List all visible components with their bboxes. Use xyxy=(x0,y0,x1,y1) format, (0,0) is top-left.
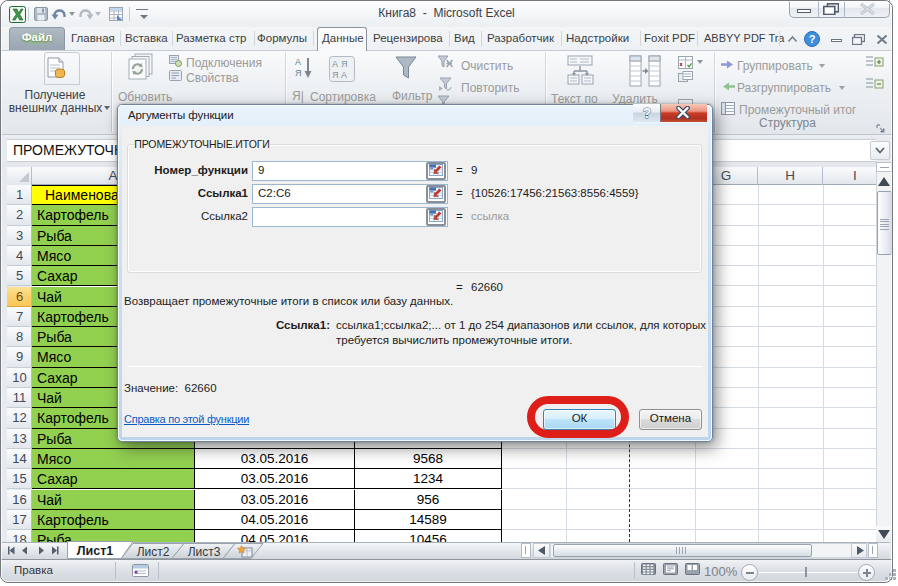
svg-text:?: ? xyxy=(809,33,816,45)
svg-text:А: А xyxy=(332,59,338,69)
svg-text:?: ? xyxy=(643,105,652,121)
svg-text:Я: Я xyxy=(332,70,339,80)
svg-text:А: А xyxy=(341,70,347,80)
svg-text:Я: Я xyxy=(341,59,348,69)
svg-text:Я: Я xyxy=(295,68,302,78)
svg-text:А: А xyxy=(295,57,301,67)
